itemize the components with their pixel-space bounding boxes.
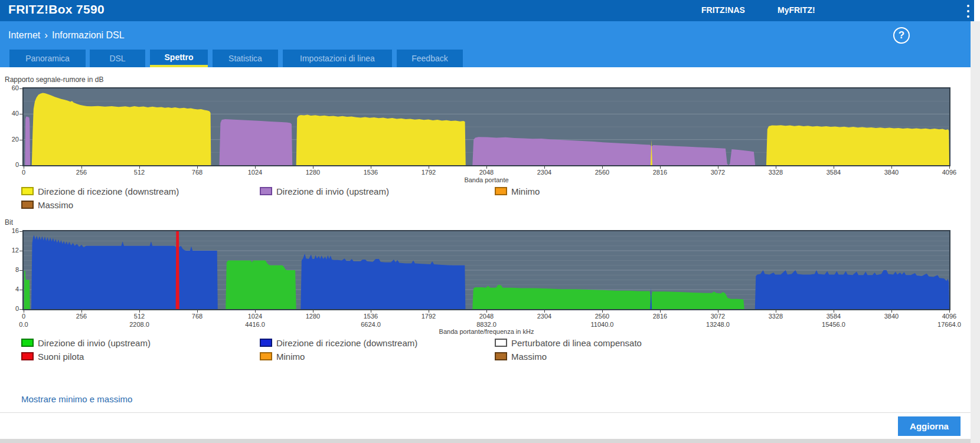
breadcrumb: Internet›Informazioni DSL	[8, 29, 125, 41]
bit-allocation-plot	[22, 230, 950, 310]
x-axis-label: 1792	[414, 169, 443, 176]
x-axis-label: 3840	[877, 313, 906, 320]
x-axis-freq-label: 0.0	[5, 321, 43, 328]
app-title: FRITZ!Box 7590	[8, 2, 104, 17]
x-axis-label: 3584	[819, 313, 848, 320]
fritzbox-spectrum-page: FRITZ!Box 7590 FRITZ!NAS MyFRITZ! Intern…	[0, 0, 980, 443]
snr-spectrum-plot	[22, 87, 950, 166]
x-axis-tick	[139, 310, 140, 313]
tab-dsl[interactable]: DSL	[90, 50, 145, 67]
y-axis-label: 20	[1, 136, 19, 143]
x-axis-tick	[255, 166, 256, 169]
x-axis-label: 3072	[703, 169, 733, 176]
legend-label: Minimo	[511, 186, 540, 196]
y-axis-label: 4	[1, 286, 19, 293]
x-axis-freq-label: 15456.0	[815, 321, 852, 328]
scrollbar-gutter[interactable]	[971, 21, 980, 443]
legend-swatch	[21, 352, 34, 360]
kebab-menu-icon[interactable]	[963, 5, 973, 18]
x-axis-freq-label: 2208.0	[120, 321, 158, 328]
x-axis-tick	[139, 166, 140, 169]
legend-item-direzione-di-invio-upstream: Direzione di invio (upstream)	[21, 337, 260, 348]
x-axis-tick	[891, 166, 892, 169]
legend-item-massimo: Massimo	[21, 199, 260, 210]
x-axis-label: 768	[182, 169, 212, 176]
x-axis-label: 1024	[240, 313, 270, 320]
legend-label: Direzione di invio (upstream)	[276, 186, 389, 196]
x-axis-label: 0	[9, 169, 38, 176]
x-axis-tick	[197, 166, 198, 169]
refresh-button[interactable]: Aggiorna	[898, 416, 961, 436]
legend-label: Minimo	[276, 352, 305, 362]
legend-label: Massimo	[38, 200, 73, 210]
legend-label: Suoni pilota	[38, 352, 84, 362]
x-axis-label: 2304	[530, 169, 559, 176]
x-axis-tick	[602, 310, 603, 313]
bottom-strip	[0, 439, 971, 443]
nav-fritznas[interactable]: FRITZ!NAS	[701, 5, 745, 15]
breadcrumb-bar	[0, 21, 971, 50]
tab-statistica[interactable]: Statistica	[213, 50, 278, 67]
legend-label: Massimo	[511, 352, 547, 362]
x-axis-label: 256	[67, 169, 96, 176]
x-axis-label: 1792	[414, 313, 443, 320]
x-axis-label: 2560	[587, 313, 617, 320]
x-axis-tick	[834, 310, 834, 313]
legend-swatch	[260, 339, 272, 347]
x-axis-label: 2816	[645, 313, 675, 320]
x-axis-tick	[24, 310, 24, 313]
x-axis-tick	[891, 310, 892, 313]
page-title: Informazioni DSL	[52, 30, 125, 40]
legend-item-massimo: Massimo	[495, 351, 908, 362]
legend-swatch	[495, 187, 507, 195]
show-min-max-link[interactable]: Mostrare minimo e massimo	[21, 394, 132, 404]
y-axis-label: 16	[1, 227, 19, 234]
x-axis-tick	[660, 310, 661, 313]
x-axis-tick	[718, 310, 718, 313]
legend-swatch	[495, 352, 507, 360]
snr-legend: Direzione di ricezione (downstream)Direz…	[21, 186, 908, 210]
x-axis-tick	[660, 166, 661, 169]
x-axis-tick	[776, 166, 776, 169]
help-icon[interactable]: ?	[893, 27, 910, 44]
breadcrumb-section[interactable]: Internet	[8, 30, 40, 40]
legend-item-direzione-di-invio-upstream: Direzione di invio (upstream)	[260, 186, 495, 196]
x-axis-freq-label: 17664.0	[930, 321, 968, 328]
x-axis-label: 4096	[935, 313, 964, 320]
legend-label: Perturbatore di linea compensato	[511, 338, 642, 348]
legend-item-minimo: Minimo	[260, 351, 495, 362]
tab-impostazioni-di-linea[interactable]: Impostazioni di linea	[283, 50, 392, 67]
x-axis-label: 256	[67, 313, 96, 320]
x-axis-label: 2560	[587, 169, 617, 176]
y-axis-label: 40	[1, 110, 19, 117]
x-axis-label: 3840	[877, 169, 906, 176]
tab-bar: PanoramicaDSLSpettroStatisticaImpostazio…	[0, 50, 971, 67]
x-axis-tick	[949, 166, 950, 169]
tab-spettro[interactable]: Spettro	[150, 50, 208, 67]
x-axis-tick	[949, 310, 950, 313]
legend-item-direzione-di-ricezione-downstream: Direzione di ricezione (downstream)	[21, 186, 260, 196]
tab-feedback[interactable]: Feedback	[397, 50, 463, 67]
legend-swatch	[21, 339, 34, 347]
bit-chart-title: Bit	[5, 218, 13, 227]
x-axis-label: 4096	[935, 169, 964, 176]
y-axis-label: 60	[1, 84, 19, 91]
x-axis-freq-label: 6624.0	[352, 321, 390, 328]
x-axis-tick	[486, 166, 487, 169]
snr-chart-title: Rapporto segnale-rumore in dB	[5, 76, 103, 84]
x-axis-tick	[371, 310, 371, 313]
footer-divider	[0, 412, 971, 413]
x-axis-tick	[834, 166, 834, 169]
legend-item-direzione-di-ricezione-downstream: Direzione di ricezione (downstream)	[260, 337, 495, 348]
tab-panoramica[interactable]: Panoramica	[9, 50, 86, 67]
x-axis-tick	[486, 310, 487, 313]
legend-swatch	[21, 187, 34, 195]
nav-myfritz[interactable]: MyFRITZ!	[778, 5, 815, 15]
y-axis-label: 12	[1, 247, 19, 254]
x-axis-tick	[313, 310, 313, 313]
x-axis-label: 768	[182, 313, 212, 320]
legend-swatch	[260, 352, 272, 360]
x-axis-label: 3328	[761, 313, 790, 320]
x-axis-tick	[776, 310, 776, 313]
x-axis-tick	[718, 166, 718, 169]
